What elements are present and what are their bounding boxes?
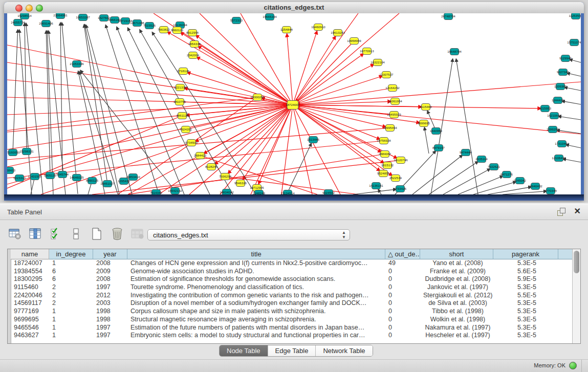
cell-pagerank[interactable]: 5.3E-5 [493,332,558,340]
graph-edge[interactable] [7,97,257,130]
graph-node[interactable]: 9699695 [418,120,430,127]
cell-pagerank[interactable]: 5.3E-5 [493,324,558,332]
scrollbar-thumb[interactable] [574,251,579,273]
cell-in_degree[interactable]: 2 [49,283,93,292]
graph-node[interactable]: 9024502 [322,190,335,195]
graph-node[interactable]: 25160650 [7,149,20,156]
graph-node[interactable]: 7924351 [180,126,192,133]
graph-node[interactable]: 16940432 [528,183,542,190]
graph-edge[interactable] [293,105,541,108]
graph-node[interactable]: 5905135 [44,172,57,179]
graph-edge[interactable] [13,30,18,152]
cell-short[interactable]: Dudbridge et al. (2008) [420,275,493,283]
graph-node[interactable]: 2248248 [253,190,266,195]
cell-x[interactable] [558,283,572,292]
cell-pagerank[interactable]: 5.3E-5 [493,299,558,308]
graph-edge[interactable] [293,31,317,105]
cell-name[interactable]: 19384554 [11,268,49,276]
cell-pagerank[interactable]: 5.3E-5 [493,308,558,316]
network-canvas[interactable]: 2405572415298514206914062306496110653287… [7,13,581,194]
cell-x[interactable] [558,332,572,340]
cell-title[interactable]: Corpus callosum shape and size in male p… [127,308,385,316]
graph-node[interactable]: 1513445 [307,137,320,143]
graph-node[interactable]: 9474444 [460,149,472,156]
graph-edge[interactable] [25,23,27,151]
cell-in_degree[interactable]: 6 [49,275,93,283]
cell-title[interactable]: Embryonic stem cells: a model to study s… [127,332,385,340]
cell-short[interactable]: Hescheler et al. (1997) [420,332,493,340]
graph-edge[interactable] [458,176,503,194]
graph-edge[interactable] [293,13,399,105]
cell-name[interactable]: 9699695 [11,316,49,324]
graph-edge[interactable] [564,87,581,91]
graph-node[interactable]: 15751074 [567,39,581,46]
column-header-year[interactable]: year [93,249,127,259]
graph-node[interactable]: 1254844 [280,27,293,33]
graph-node[interactable]: 21061954 [388,98,402,105]
graph-edge[interactable] [473,182,516,194]
graph-edge[interactable] [287,34,293,105]
graph-edge[interactable] [80,70,175,191]
graph-node[interactable]: 11007537 [379,72,394,78]
cell-name[interactable]: 14569117 [11,299,49,308]
table-row[interactable]: 1456911722003Disruption of a novel membe… [11,299,572,308]
select-all-checks-icon[interactable] [48,226,63,242]
graph-node[interactable]: 21053346 [70,61,84,68]
graph-edge[interactable] [293,54,364,105]
cell-pagerank[interactable]: 5.3E-5 [493,259,558,268]
cell-short[interactable]: Yano et al. (2008) [420,259,493,268]
graph-node[interactable]: 8912954 [186,30,199,36]
graph-edge[interactable] [293,101,391,105]
table-row[interactable]: 2242004622012Investigating the contribut… [11,292,572,300]
table-settings-icon[interactable] [7,226,23,242]
cell-title[interactable]: Changes of HCN gene expression and I(f) … [127,259,385,268]
graph-edge[interactable] [424,127,429,154]
graph-node[interactable]: 14646025 [70,174,84,181]
cell-pagerank[interactable]: 5.5E-5 [493,292,558,300]
graph-node[interactable]: 1615132 [381,162,394,169]
column-header-short[interactable]: short [420,249,493,259]
graph-node[interactable]: 1209387 [554,83,567,90]
cell-out_de[interactable]: 0 [385,332,420,340]
cell-title[interactable]: Structural magnetic resonance image aver… [127,316,385,324]
graph-node[interactable]: 16460910 [311,24,325,31]
graph-edge[interactable] [293,76,382,105]
graph-edge[interactable] [79,72,118,194]
graph-edge[interactable] [293,64,374,105]
graph-node[interactable]: 9734503 [185,140,198,146]
graph-node[interactable]: 5015313 [13,175,26,182]
graph-node[interactable]: 8479197 [432,145,445,151]
graph-edge[interactable] [293,105,380,171]
cell-x[interactable] [558,292,572,300]
cell-name[interactable]: 22420046 [11,292,49,300]
graph-edge[interactable] [293,105,340,194]
graph-node[interactable]: 11253549 [569,13,581,19]
cell-title[interactable]: Estimation of significance thresholds fo… [127,275,385,283]
cell-year[interactable]: 2008 [93,259,127,268]
graph-node[interactable]: 9045744 [56,171,69,178]
graph-edge[interactable] [353,189,396,194]
graph-node[interactable]: 17310463 [555,141,569,147]
cell-short[interactable]: Tibbo et al. (1998) [420,308,493,316]
cell-title[interactable]: Investigating the contribution of common… [127,292,385,300]
graph-node[interactable]: 9068433 [7,167,16,174]
cell-pagerank[interactable]: 5.3E-5 [493,283,558,292]
window-titlebar[interactable]: citations_edges.txt [4,2,584,14]
cell-title[interactable]: Estimation of the future numbers of pati… [127,324,385,332]
graph-node[interactable]: 14136141 [369,183,383,189]
cell-out_de[interactable]: 0 [385,324,420,332]
column-selector-icon[interactable] [28,226,43,242]
cell-out_de[interactable]: 49 [385,259,420,268]
cell-name[interactable]: 18300295 [11,275,49,283]
graph-node[interactable]: 18724007 [286,101,300,110]
table-row[interactable]: 946362711997Embryonic stem cells: a mode… [11,332,572,340]
table-row[interactable]: 946554611997Estimation of the future num… [11,324,572,332]
cell-out_de[interactable]: 0 [385,268,420,276]
graph-node[interactable]: 16648784 [447,49,462,55]
graph-node[interactable]: 10770913 [360,48,374,55]
graph-edge[interactable] [198,46,293,105]
graph-node[interactable]: 14671388 [130,20,144,27]
cell-title[interactable]: Disruption of a novel member of a sodium… [127,299,385,308]
close-panel-icon[interactable]: ✕ [574,207,581,216]
cell-x[interactable] [558,308,572,316]
